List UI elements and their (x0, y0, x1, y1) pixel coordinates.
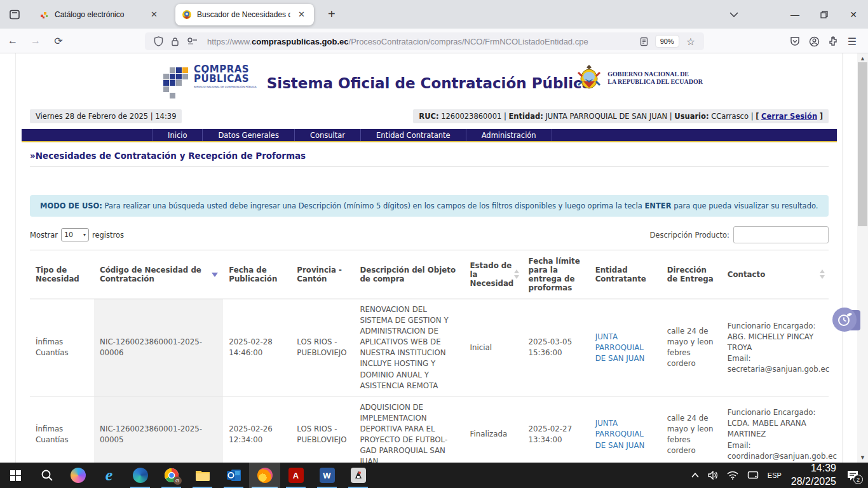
forward-icon[interactable]: → (25, 31, 46, 50)
outlook-icon (226, 468, 241, 482)
windows-logo-icon (10, 470, 21, 481)
word-button[interactable]: W (311, 463, 342, 488)
edge-button[interactable] (125, 463, 156, 488)
zoom-indicator[interactable]: 90% (656, 36, 679, 47)
page-scrollbar[interactable]: ▲ ▼ (857, 53, 868, 463)
cell-descripcion: ADQUISICION DE IMPLEMENTACION DEPORTIVA … (354, 396, 464, 463)
col-entidad[interactable]: Entidad Contratante (590, 250, 661, 299)
col-descripcion[interactable]: Descripción del Objeto de compra (354, 250, 464, 299)
scroll-down-icon[interactable]: ▼ (857, 452, 868, 463)
acrobat-button[interactable]: A (280, 463, 311, 488)
browser-toolbar: ← → ⟳ https://www.compraspublicas.gob.ec… (0, 29, 868, 53)
reload-icon[interactable]: ⟳ (48, 31, 69, 50)
reader-view-icon[interactable] (640, 37, 648, 46)
table-row: Ínfimas Cuantías NIC-1260023860001-2025-… (30, 299, 829, 397)
usage-note: MODO DE USO: Para realizar una búsqueda … (30, 195, 829, 217)
timer-widget-badge[interactable] (832, 308, 858, 333)
back-icon[interactable]: ← (3, 31, 23, 50)
tray-clock[interactable]: 14:39 28/2/2025 (786, 462, 841, 488)
ecuador-coat-of-arms-icon (576, 64, 602, 93)
java-app-button[interactable] (342, 463, 374, 488)
start-button[interactable] (0, 463, 31, 488)
nav-item-datos-generales[interactable]: Datos Generales (202, 129, 294, 141)
tracking-shield-icon[interactable] (154, 36, 163, 46)
nav-item-entidad-contratante[interactable]: Entidad Contratante (360, 129, 466, 141)
tray-time: 14:39 (791, 462, 836, 475)
nav-item-consultar[interactable]: Consultar (294, 129, 360, 141)
col-estado[interactable]: Estado de la Necesidad (465, 250, 523, 299)
sort-descending-icon (212, 273, 218, 277)
restore-button[interactable] (810, 0, 839, 29)
gov-text-line1: GOBIERNO NACIONAL DE (607, 71, 703, 79)
col-fecha-limite[interactable]: Fecha límite para la entrega de proforma… (523, 250, 590, 299)
page-viewport: COMPRAS PÚBLICAS SERVICIO NACIONAL DE CO… (0, 53, 868, 463)
entity-link[interactable]: JUNTA PARROQUIAL DE SAN JUAN (595, 419, 645, 449)
bookmark-star-icon[interactable]: ☆ (686, 36, 695, 48)
display-cast-icon[interactable] (743, 463, 763, 488)
volume-icon[interactable] (703, 463, 722, 488)
cell-estado: Finalizada (465, 396, 523, 463)
col-fecha-publicacion[interactable]: Fecha de Publicación (223, 250, 291, 299)
acrobat-icon: A (288, 468, 304, 483)
language-indicator[interactable]: ESP (763, 463, 786, 488)
internet-explorer-button[interactable]: e (93, 463, 125, 488)
col-contacto[interactable]: Contacto (722, 250, 829, 299)
entity-link[interactable]: JUNTA PARROQUIAL DE SAN JUAN (595, 332, 645, 363)
catalogo-favicon-icon (39, 10, 50, 20)
minimize-button[interactable]: — (780, 0, 810, 29)
outlook-button[interactable] (218, 463, 249, 488)
word-icon: W (320, 468, 335, 483)
copilot-button[interactable] (62, 463, 93, 488)
file-explorer-button[interactable] (187, 463, 218, 488)
copilot-icon (71, 468, 86, 483)
firefox-button[interactable] (249, 463, 280, 488)
tab-catalogo[interactable]: Catálogo electrónico ✕ (33, 4, 166, 25)
chrome-button[interactable]: G (156, 463, 187, 488)
nav-item-inicio[interactable]: Inicio (152, 129, 202, 141)
tray-date: 28/2/2025 (791, 475, 836, 488)
nav-item-administracion[interactable]: Administración (466, 129, 552, 141)
extensions-icon[interactable] (824, 32, 843, 50)
buscador-favicon-icon (182, 10, 192, 20)
taskbar-search-button[interactable] (31, 463, 62, 488)
permissions-icon[interactable] (187, 37, 198, 45)
menu-icon[interactable]: ☰ (843, 32, 862, 50)
cell-direccion: calle 24 de mayo y leon febres cordero (661, 396, 722, 463)
pocket-icon[interactable] (785, 32, 804, 50)
col-direccion[interactable]: Dirección de Entrega (661, 250, 722, 299)
notification-center-button[interactable]: 2 (841, 463, 868, 488)
user-value: CCarrasco (711, 112, 749, 121)
cell-fecha-limite: 2025-03-05 15:36:00 (523, 299, 590, 397)
close-tab-icon[interactable]: ✕ (295, 8, 308, 20)
windows-taskbar: e G A W (0, 463, 868, 488)
url-text[interactable]: https://www.compraspublicas.gob.ec/Proce… (207, 37, 636, 46)
url-bar[interactable]: https://www.compraspublicas.gob.ec/Proce… (145, 32, 704, 50)
account-icon[interactable] (804, 32, 824, 50)
col-tipo-necesidad[interactable]: Tipo de Necesidad (30, 250, 94, 299)
show-entries-select[interactable]: 10 ▾ (61, 228, 89, 241)
scrollbar-thumb[interactable] (858, 62, 867, 226)
tab-overview-icon[interactable] (5, 5, 24, 24)
close-window-button[interactable]: ✕ (839, 0, 868, 29)
tray-chevron-up-icon[interactable] (687, 463, 703, 488)
lock-icon[interactable] (171, 37, 179, 46)
table-row: Ínfimas Cuantías NIC-1260023860001-2025-… (30, 396, 829, 463)
col-codigo[interactable]: Código de Necesidad de Contratación (94, 250, 223, 299)
session-bar: RUC: 1260023860001 | Entidad: JUNTA PARR… (413, 109, 829, 123)
search-icon (41, 469, 53, 482)
close-tab-icon[interactable]: ✕ (148, 8, 160, 20)
tab-buscador[interactable]: Buscador de Necesidades de Co ✕ (175, 4, 314, 25)
description-filter-input[interactable] (733, 226, 829, 243)
logout-link[interactable]: Cerrar Sesión (761, 112, 817, 121)
tab-title: Catálogo electrónico (55, 10, 143, 19)
ruc-value: 1260023860001 (441, 112, 501, 121)
wifi-icon[interactable] (722, 463, 743, 488)
list-tabs-chevron-icon[interactable] (719, 0, 749, 29)
cell-fecha-publicacion: 2025-02-28 14:46:00 (223, 299, 291, 397)
col-provincia[interactable]: Provincia - Cantón (291, 250, 354, 299)
cell-fecha-publicacion: 2025-02-26 12:34:00 (223, 396, 291, 463)
file-explorer-icon (195, 469, 210, 482)
filter-label: Descripción Producto: (649, 231, 729, 240)
new-tab-icon[interactable]: + (323, 7, 341, 22)
cell-tipo: Ínfimas Cuantías (30, 299, 94, 397)
